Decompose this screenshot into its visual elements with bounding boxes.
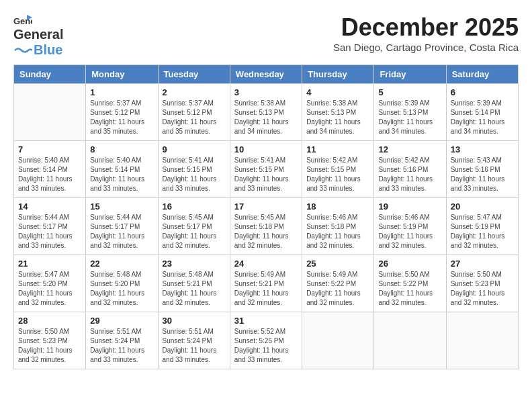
- day-info: Sunrise: 5:42 AM Sunset: 5:15 PM Dayligh…: [306, 156, 369, 193]
- day-cell: [446, 312, 518, 369]
- day-number: 9: [163, 144, 226, 154]
- weekday-header-sunday: Sunday: [14, 65, 86, 84]
- day-number: 20: [451, 201, 514, 212]
- title-block: December 2025 San Diego, Cartago Provinc…: [333, 13, 519, 53]
- day-info: Sunrise: 5:47 AM Sunset: 5:19 PM Dayligh…: [451, 213, 514, 250]
- week-row-3: 14Sunrise: 5:44 AM Sunset: 5:17 PM Dayli…: [14, 198, 519, 255]
- day-cell: 22Sunrise: 5:48 AM Sunset: 5:20 PM Dayli…: [86, 255, 158, 312]
- day-number: 5: [378, 87, 441, 97]
- day-cell: 7Sunrise: 5:40 AM Sunset: 5:14 PM Daylig…: [14, 141, 86, 198]
- day-cell: 25Sunrise: 5:49 AM Sunset: 5:22 PM Dayli…: [302, 255, 374, 312]
- day-info: Sunrise: 5:41 AM Sunset: 5:15 PM Dayligh…: [234, 156, 298, 193]
- day-number: 17: [234, 201, 298, 212]
- day-number: 23: [163, 259, 226, 269]
- day-cell: 19Sunrise: 5:46 AM Sunset: 5:19 PM Dayli…: [374, 198, 446, 255]
- day-info: Sunrise: 5:43 AM Sunset: 5:16 PM Dayligh…: [451, 156, 514, 193]
- day-number: 19: [378, 201, 441, 212]
- day-info: Sunrise: 5:51 AM Sunset: 5:24 PM Dayligh…: [163, 327, 226, 365]
- week-row-4: 21Sunrise: 5:47 AM Sunset: 5:20 PM Dayli…: [14, 255, 519, 312]
- day-info: Sunrise: 5:44 AM Sunset: 5:17 PM Dayligh…: [90, 213, 153, 250]
- week-row-1: 1Sunrise: 5:37 AM Sunset: 5:12 PM Daylig…: [14, 84, 519, 141]
- weekday-header-saturday: Saturday: [446, 65, 518, 84]
- day-info: Sunrise: 5:38 AM Sunset: 5:13 PM Dayligh…: [234, 99, 298, 136]
- day-info: Sunrise: 5:50 AM Sunset: 5:22 PM Dayligh…: [378, 270, 441, 308]
- day-number: 26: [378, 259, 441, 269]
- day-number: 27: [451, 259, 514, 269]
- day-number: 29: [90, 316, 153, 326]
- day-number: 1: [90, 87, 153, 97]
- day-cell: 26Sunrise: 5:50 AM Sunset: 5:22 PM Dayli…: [374, 255, 446, 312]
- day-number: 16: [163, 201, 226, 212]
- day-number: 14: [18, 201, 81, 212]
- day-number: 25: [306, 259, 369, 269]
- logo-icon: General: [13, 13, 32, 28]
- day-info: Sunrise: 5:38 AM Sunset: 5:13 PM Dayligh…: [306, 99, 369, 136]
- day-cell: 8Sunrise: 5:40 AM Sunset: 5:14 PM Daylig…: [86, 141, 158, 198]
- day-info: Sunrise: 5:46 AM Sunset: 5:19 PM Dayligh…: [378, 213, 441, 250]
- day-cell: 4Sunrise: 5:38 AM Sunset: 5:13 PM Daylig…: [302, 84, 374, 141]
- logo-general: General: [13, 27, 63, 42]
- month-title: December 2025: [333, 13, 519, 42]
- day-cell: 17Sunrise: 5:45 AM Sunset: 5:18 PM Dayli…: [230, 198, 302, 255]
- weekday-header-thursday: Thursday: [302, 65, 374, 84]
- day-number: 4: [306, 87, 369, 97]
- day-cell: 2Sunrise: 5:37 AM Sunset: 5:12 PM Daylig…: [158, 84, 230, 141]
- day-number: 28: [18, 316, 81, 326]
- day-info: Sunrise: 5:52 AM Sunset: 5:25 PM Dayligh…: [234, 327, 298, 365]
- day-info: Sunrise: 5:40 AM Sunset: 5:14 PM Dayligh…: [90, 156, 153, 193]
- day-cell: 3Sunrise: 5:38 AM Sunset: 5:13 PM Daylig…: [230, 84, 302, 141]
- day-cell: 12Sunrise: 5:42 AM Sunset: 5:16 PM Dayli…: [374, 141, 446, 198]
- day-cell: 24Sunrise: 5:49 AM Sunset: 5:21 PM Dayli…: [230, 255, 302, 312]
- weekday-header-tuesday: Tuesday: [158, 65, 230, 84]
- day-cell: [374, 312, 446, 369]
- day-cell: 5Sunrise: 5:39 AM Sunset: 5:13 PM Daylig…: [374, 84, 446, 141]
- day-number: 2: [163, 87, 226, 97]
- weekday-header-monday: Monday: [86, 65, 158, 84]
- day-cell: 30Sunrise: 5:51 AM Sunset: 5:24 PM Dayli…: [158, 312, 230, 369]
- day-info: Sunrise: 5:37 AM Sunset: 5:12 PM Dayligh…: [90, 99, 153, 136]
- day-cell: 27Sunrise: 5:50 AM Sunset: 5:23 PM Dayli…: [446, 255, 518, 312]
- day-info: Sunrise: 5:49 AM Sunset: 5:21 PM Dayligh…: [234, 270, 298, 308]
- day-number: 13: [451, 144, 514, 154]
- day-cell: 18Sunrise: 5:46 AM Sunset: 5:18 PM Dayli…: [302, 198, 374, 255]
- day-info: Sunrise: 5:39 AM Sunset: 5:13 PM Dayligh…: [378, 99, 441, 136]
- day-info: Sunrise: 5:48 AM Sunset: 5:20 PM Dayligh…: [90, 270, 153, 308]
- day-cell: 10Sunrise: 5:41 AM Sunset: 5:15 PM Dayli…: [230, 141, 302, 198]
- day-cell: 14Sunrise: 5:44 AM Sunset: 5:17 PM Dayli…: [14, 198, 86, 255]
- day-number: 3: [234, 87, 298, 97]
- day-cell: 20Sunrise: 5:47 AM Sunset: 5:19 PM Dayli…: [446, 198, 518, 255]
- day-info: Sunrise: 5:50 AM Sunset: 5:23 PM Dayligh…: [451, 270, 514, 308]
- day-info: Sunrise: 5:45 AM Sunset: 5:17 PM Dayligh…: [163, 213, 226, 250]
- day-info: Sunrise: 5:50 AM Sunset: 5:23 PM Dayligh…: [18, 327, 81, 365]
- day-cell: 21Sunrise: 5:47 AM Sunset: 5:20 PM Dayli…: [14, 255, 86, 312]
- day-cell: 15Sunrise: 5:44 AM Sunset: 5:17 PM Dayli…: [86, 198, 158, 255]
- day-info: Sunrise: 5:40 AM Sunset: 5:14 PM Dayligh…: [18, 156, 81, 193]
- day-cell: 1Sunrise: 5:37 AM Sunset: 5:12 PM Daylig…: [86, 84, 158, 141]
- day-info: Sunrise: 5:42 AM Sunset: 5:16 PM Dayligh…: [378, 156, 441, 193]
- day-number: 12: [378, 144, 441, 154]
- day-cell: 9Sunrise: 5:41 AM Sunset: 5:15 PM Daylig…: [158, 141, 230, 198]
- day-info: Sunrise: 5:51 AM Sunset: 5:24 PM Dayligh…: [90, 327, 153, 365]
- day-number: 31: [234, 316, 298, 326]
- day-cell: [14, 84, 86, 141]
- weekday-header-row: SundayMondayTuesdayWednesdayThursdayFrid…: [14, 65, 519, 84]
- day-info: Sunrise: 5:39 AM Sunset: 5:14 PM Dayligh…: [451, 99, 514, 136]
- day-info: Sunrise: 5:48 AM Sunset: 5:21 PM Dayligh…: [163, 270, 226, 308]
- day-number: 22: [90, 259, 153, 269]
- day-info: Sunrise: 5:49 AM Sunset: 5:22 PM Dayligh…: [306, 270, 369, 308]
- week-row-5: 28Sunrise: 5:50 AM Sunset: 5:23 PM Dayli…: [14, 312, 519, 369]
- day-number: 30: [163, 316, 226, 326]
- day-cell: [302, 312, 374, 369]
- logo-wave-icon: [13, 46, 32, 54]
- page-header: General General Blue December 2025 San D…: [13, 13, 519, 58]
- day-number: 24: [234, 259, 298, 269]
- day-cell: 13Sunrise: 5:43 AM Sunset: 5:16 PM Dayli…: [446, 141, 518, 198]
- day-number: 21: [18, 259, 81, 269]
- weekday-header-wednesday: Wednesday: [230, 65, 302, 84]
- day-cell: 31Sunrise: 5:52 AM Sunset: 5:25 PM Dayli…: [230, 312, 302, 369]
- day-number: 8: [90, 144, 153, 154]
- day-number: 18: [306, 201, 369, 212]
- weekday-header-friday: Friday: [374, 65, 446, 84]
- week-row-2: 7Sunrise: 5:40 AM Sunset: 5:14 PM Daylig…: [14, 141, 519, 198]
- location-subtitle: San Diego, Cartago Province, Costa Rica: [333, 42, 519, 53]
